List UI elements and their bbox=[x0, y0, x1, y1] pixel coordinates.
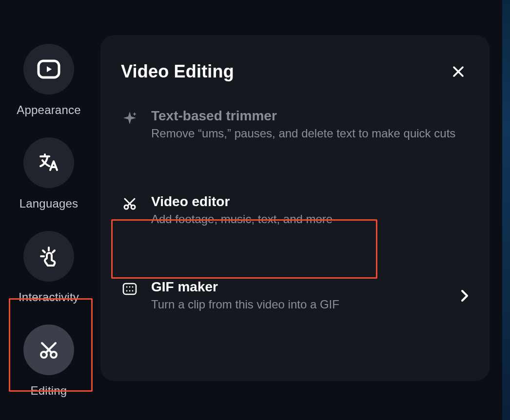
sidebar-item-label: Interactivity bbox=[19, 290, 79, 304]
sidebar-item-appearance[interactable]: Appearance bbox=[7, 44, 90, 117]
sidebar-item-languages[interactable]: Languages bbox=[7, 137, 90, 210]
svg-point-6 bbox=[126, 286, 128, 287]
video-editing-panel: Video Editing Text-based trimmer Remove … bbox=[100, 35, 490, 381]
sidebar-item-label: Appearance bbox=[17, 103, 80, 117]
svg-point-8 bbox=[132, 286, 134, 287]
settings-sidebar: Appearance Languages bbox=[0, 0, 98, 420]
option-title: GIF maker bbox=[151, 279, 339, 295]
option-text: Video editor Add footage, music, text, a… bbox=[151, 194, 333, 227]
app-root: Appearance Languages bbox=[0, 0, 501, 420]
languages-icon bbox=[23, 137, 74, 188]
gif-icon bbox=[121, 280, 138, 298]
option-desc: Add footage, music, text, and more bbox=[151, 211, 333, 227]
appearance-icon bbox=[23, 44, 74, 95]
option-text: GIF maker Turn a clip from this video in… bbox=[151, 279, 339, 312]
option-title: Video editor bbox=[151, 194, 333, 210]
svg-point-7 bbox=[129, 286, 131, 287]
panel-title: Video Editing bbox=[121, 61, 234, 82]
spacer bbox=[100, 239, 490, 267]
svg-point-10 bbox=[129, 290, 131, 291]
svg-point-9 bbox=[126, 290, 128, 291]
option-text-based-trimmer[interactable]: Text-based trimmer Remove “ums,” pauses,… bbox=[100, 96, 490, 153]
sidebar-item-editing[interactable]: Editing bbox=[7, 325, 90, 398]
close-button[interactable] bbox=[449, 62, 468, 81]
scissors-icon bbox=[121, 195, 138, 212]
sidebar-item-label: Languages bbox=[20, 197, 78, 210]
chevron-right-icon bbox=[459, 289, 469, 303]
options-list: Text-based trimmer Remove “ums,” pauses,… bbox=[100, 96, 490, 324]
editing-icon bbox=[23, 325, 74, 375]
close-icon bbox=[452, 65, 465, 78]
sidebar-item-interactivity[interactable]: Interactivity bbox=[7, 231, 90, 304]
option-text: Text-based trimmer Remove “ums,” pauses,… bbox=[151, 108, 455, 141]
option-desc: Turn a clip from this video into a GIF bbox=[151, 297, 339, 312]
spacer bbox=[100, 153, 490, 182]
interactivity-icon bbox=[23, 231, 74, 282]
option-title: Text-based trimmer bbox=[151, 108, 455, 124]
option-gif-maker[interactable]: GIF maker Turn a clip from this video in… bbox=[100, 267, 490, 324]
svg-rect-5 bbox=[123, 284, 136, 294]
option-desc: Remove “ums,” pauses, and delete text to… bbox=[151, 126, 455, 141]
sidebar-item-label: Editing bbox=[31, 384, 67, 398]
svg-point-11 bbox=[132, 290, 134, 291]
option-video-editor[interactable]: Video editor Add footage, music, text, a… bbox=[100, 182, 490, 239]
sparkle-icon bbox=[121, 109, 138, 127]
panel-header: Video Editing bbox=[100, 35, 490, 96]
background-edge bbox=[502, 0, 510, 420]
